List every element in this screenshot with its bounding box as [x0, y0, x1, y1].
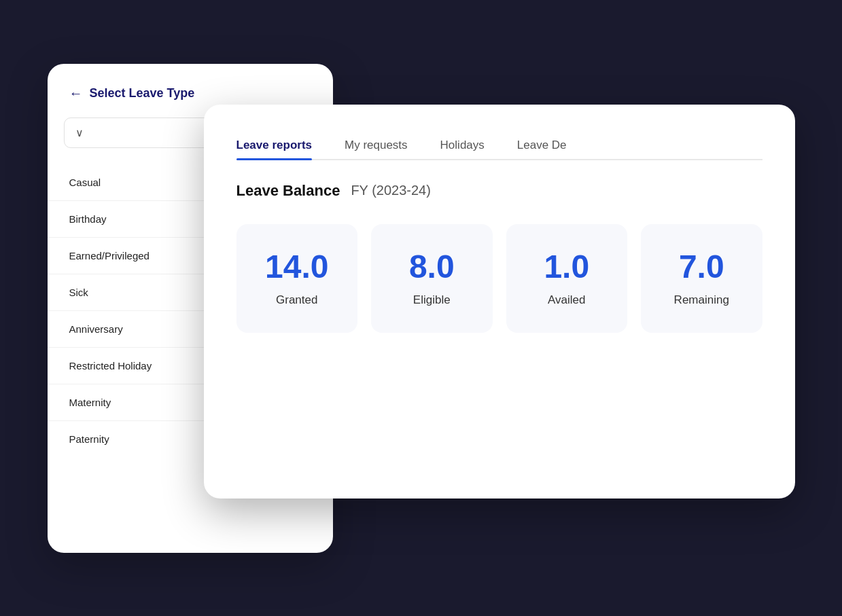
leave-balance-panel: Leave reports My requests Holidays Leave… — [204, 105, 795, 499]
tab-holidays[interactable]: Holidays — [440, 132, 485, 159]
fy-label: FY (2023-24) — [351, 183, 430, 198]
balance-title: Leave Balance — [236, 182, 340, 200]
tab-leave-de[interactable]: Leave De — [517, 132, 567, 159]
back-arrow-icon[interactable]: ← — [69, 86, 83, 101]
stat-card-remaining: 7.0 Remaining — [641, 224, 762, 333]
stat-label-granted: Granted — [276, 293, 317, 307]
stat-value-availed: 1.0 — [544, 249, 589, 285]
stat-card-granted: 14.0 Granted — [236, 224, 358, 333]
tab-leave-reports[interactable]: Leave reports — [236, 132, 313, 159]
stat-card-availed: 1.0 Availed — [506, 224, 628, 333]
stat-label-availed: Availed — [548, 293, 585, 307]
chevron-down-icon: ∨ — [75, 126, 84, 139]
panel-title: Select Leave Type — [90, 86, 195, 101]
stat-label-remaining: Remaining — [674, 293, 729, 307]
stat-card-eligible: 8.0 Eligible — [371, 224, 493, 333]
stats-grid: 14.0 Granted 8.0 Eligible 1.0 Availed 7.… — [236, 224, 762, 333]
tabs: Leave reports My requests Holidays Leave… — [236, 132, 762, 160]
balance-header: Leave Balance FY (2023-24) — [236, 182, 762, 200]
scene: ← Select Leave Type ∨ Casual Birthday Ea… — [48, 43, 795, 573]
stat-value-remaining: 7.0 — [679, 249, 724, 285]
stat-value-granted: 14.0 — [265, 249, 328, 285]
stat-value-eligible: 8.0 — [409, 249, 455, 285]
tab-my-requests[interactable]: My requests — [345, 132, 408, 159]
stat-label-eligible: Eligible — [413, 293, 451, 307]
